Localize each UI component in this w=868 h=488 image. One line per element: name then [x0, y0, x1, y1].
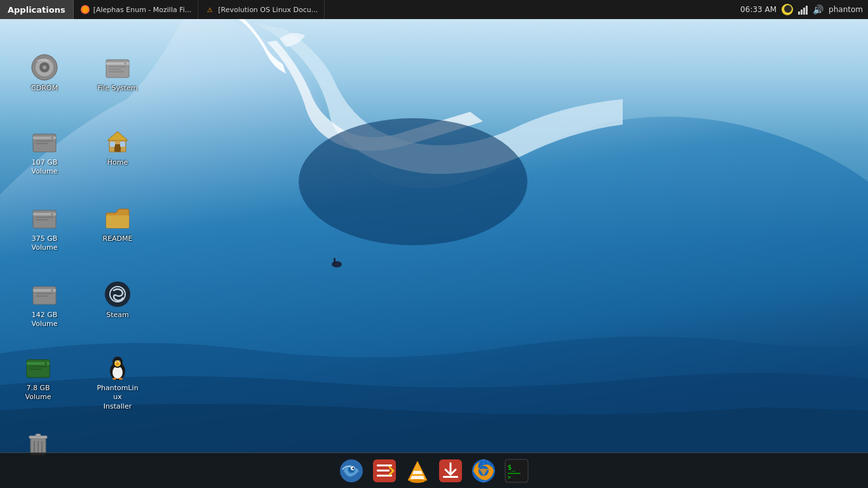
- desktop-icon-filesystem[interactable]: File System: [92, 50, 143, 95]
- svg-rect-29: [36, 219, 48, 220]
- readme-label: README: [102, 234, 132, 243]
- svg-point-27: [51, 214, 53, 215]
- network-signal-icon[interactable]: [798, 4, 808, 15]
- vol142-label: 142 GBVolume: [32, 311, 58, 329]
- desktop-icon-cdrom[interactable]: CDROM: [19, 50, 70, 95]
- filesystem-label: File System: [98, 84, 138, 93]
- taskbar-left: Applications [Alephas Enum - Mozilla Fi.…: [0, 0, 735, 19]
- installer-dock-icon: [438, 458, 463, 484]
- svg-rect-3: [334, 258, 336, 264]
- desktop-icon-steam[interactable]: Steam: [92, 276, 143, 322]
- thunderbird-dock-icon: [339, 458, 364, 484]
- warning-small-icon: ⚠: [205, 4, 215, 15]
- svg-rect-12: [109, 66, 126, 67]
- window-warn[interactable]: ⚠ [Revolution OS Linux Docu...: [198, 0, 325, 19]
- steam-label: Steam: [106, 311, 129, 320]
- svg-rect-24: [120, 142, 125, 147]
- username-label: phantom: [829, 5, 863, 14]
- vol375-label: 375 GBVolume: [32, 234, 58, 253]
- svg-point-7: [43, 65, 46, 69]
- svg-point-1: [299, 118, 527, 245]
- steam-icon: [102, 279, 133, 309]
- drive-142-icon: [29, 279, 60, 309]
- desktop-icon-vol375[interactable]: 375 GBVolume: [19, 200, 70, 255]
- phantomlinux-label: PhantomLinuxInstaller: [95, 384, 140, 411]
- drive-78-icon: [23, 352, 53, 383]
- clock: 06:33 AM: [740, 5, 776, 14]
- dock-item-filezilla[interactable]: [369, 456, 400, 486]
- drive-375-icon: [29, 203, 60, 233]
- svg-rect-28: [36, 217, 53, 218]
- svg-point-72: [410, 479, 425, 483]
- filesystem-icon: [102, 52, 133, 83]
- svg-point-32: [51, 290, 53, 292]
- svg-text:>: >: [508, 475, 511, 480]
- svg-rect-34: [36, 295, 48, 297]
- dock-item-vlc[interactable]: [402, 456, 433, 486]
- desktop-icon-phantomlinux[interactable]: PhantomLinuxInstaller: [92, 349, 143, 414]
- linux-icon: [102, 352, 133, 383]
- svg-rect-55: [36, 434, 41, 437]
- svg-marker-70: [412, 471, 423, 474]
- svg-rect-23: [110, 142, 115, 147]
- svg-marker-71: [410, 476, 424, 479]
- svg-point-49: [119, 361, 120, 362]
- firefox-small-icon: [80, 4, 90, 15]
- home-label: Home: [107, 158, 128, 167]
- window-firefox[interactable]: [Alephas Enum - Mozilla Fi...: [74, 0, 199, 19]
- svg-point-63: [353, 467, 355, 469]
- applications-menu[interactable]: Applications: [0, 0, 74, 19]
- svg-point-2: [332, 261, 342, 268]
- svg-point-17: [51, 137, 53, 139]
- svg-point-51: [112, 378, 116, 380]
- svg-rect-74: [443, 476, 458, 478]
- svg-rect-41: [29, 369, 42, 370]
- svg-rect-13: [109, 69, 121, 70]
- filezilla-dock-icon: [372, 458, 397, 484]
- dock: $_ >: [0, 452, 868, 488]
- drive-107-icon: [29, 126, 60, 157]
- svg-point-50: [116, 363, 119, 365]
- svg-rect-22: [114, 144, 121, 152]
- svg-rect-14: [109, 71, 124, 72]
- vol78-label: 7.8 GB Volume: [15, 384, 61, 402]
- taskbar-right: 06:33 AM 🔊 phantom: [735, 4, 868, 15]
- weather-icon[interactable]: [782, 4, 793, 15]
- cdrom-icon: [29, 52, 60, 83]
- home-icon: [102, 126, 133, 157]
- vlc-dock-icon: [405, 458, 430, 484]
- dock-item-thunderbird[interactable]: [336, 456, 367, 486]
- svg-rect-65: [377, 464, 392, 466]
- volume-icon[interactable]: 🔊: [813, 4, 824, 15]
- desktop-icon-home[interactable]: Home: [92, 124, 143, 170]
- desktop-icon-vol142[interactable]: 142 GBVolume: [19, 276, 70, 332]
- firefox-dock-icon: [471, 458, 496, 484]
- dock-item-installer[interactable]: [435, 456, 466, 486]
- cdrom-label: CDROM: [31, 84, 58, 93]
- terminal-dock-icon: $_ >: [504, 458, 529, 484]
- desktop: CDROM File System: [0, 19, 868, 458]
- svg-text:$_: $_: [508, 464, 516, 471]
- dock-item-firefox[interactable]: [468, 456, 499, 486]
- svg-point-39: [45, 363, 47, 365]
- svg-rect-18: [36, 140, 53, 142]
- svg-point-11: [125, 63, 126, 65]
- svg-point-48: [116, 361, 117, 362]
- svg-rect-40: [29, 366, 47, 367]
- svg-point-35: [105, 281, 130, 307]
- dock-item-terminal[interactable]: $_ >: [501, 456, 532, 486]
- desktop-icon-vol78[interactable]: 7.8 GB Volume: [13, 349, 64, 405]
- readme-icon: [102, 203, 133, 233]
- svg-point-52: [119, 378, 123, 380]
- svg-rect-33: [36, 293, 53, 294]
- taskbar: Applications [Alephas Enum - Mozilla Fi.…: [0, 0, 868, 19]
- svg-rect-66: [377, 470, 390, 471]
- svg-marker-21: [107, 132, 128, 140]
- desktop-icon-readme[interactable]: README: [92, 200, 143, 246]
- desktop-icon-vol107[interactable]: 107 GBVolume: [19, 124, 70, 179]
- svg-rect-19: [36, 143, 48, 144]
- vol107-label: 107 GBVolume: [32, 158, 58, 177]
